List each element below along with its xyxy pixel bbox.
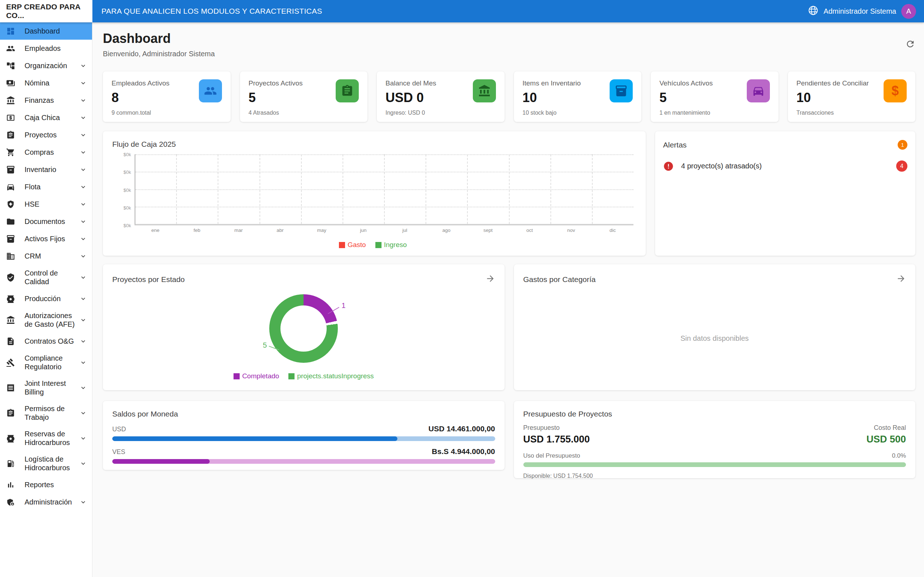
car-icon [747,79,770,102]
expenses-title: Gastos por Categoría [523,275,596,284]
x-tick-label: mar [218,227,259,233]
sidebar-item-documentos[interactable]: Documentos [0,213,92,230]
car-icon [6,182,15,192]
alert-count-badge: 4 [896,161,908,172]
stat-value: 10 [523,90,581,105]
chevron-down-icon [79,409,87,417]
sidebar-item-administracion[interactable]: Administración [0,493,92,511]
sidebar-item-compras[interactable]: Compras [0,143,92,161]
user-name[interactable]: Administrador Sistema [824,7,896,16]
sidebar-item-finanzas[interactable]: Finanzas [0,92,92,109]
legend-item: Completado [234,372,279,380]
legend-item: projects.statusInprogress [288,372,373,380]
sidebar-item-activos-fijos[interactable]: Activos Fijos [0,230,92,247]
donut-legend: Completadoprojects.statusInprogress [112,372,495,380]
available-amount: Disponible: USD 1.754.500 [523,473,906,479]
x-tick-label: feb [176,227,218,233]
globe-icon[interactable] [808,5,819,17]
stat-cards-row: Empleados Activos89 common.totalProyecto… [103,71,915,122]
gridline [135,154,633,155]
stat-subtitle: Ingreso: USD 0 [386,110,436,116]
chevron-down-icon [79,384,87,392]
document-icon [6,337,15,346]
currency-amount: USD 14.461.000,00 [428,424,495,433]
projects-donut-chart: 1 5 [269,294,338,363]
sidebar-item-produccion[interactable]: Producción [0,290,92,307]
chevron-down-icon [79,460,87,467]
dashboard-icon [6,27,15,36]
avatar[interactable]: A [901,4,916,19]
sidebar-item-flota[interactable]: Flota [0,178,92,195]
stat-title: Items en Inventario [523,79,581,87]
projects-by-status-title: Proyectos por Estado [112,275,185,284]
sidebar-item-proyectos[interactable]: Proyectos [0,126,92,143]
cashflow-title: Flujo de Caja 2025 [112,140,633,148]
people-icon [6,44,15,53]
sidebar-item-nomina[interactable]: Nómina [0,74,92,92]
sidebar-item-control-de-calidad[interactable]: Control de Calidad [0,265,92,290]
sidebar-item-reservas-de-hidrocarburos[interactable]: Reservas de Hidrocarburos [0,425,92,451]
sidebar-item-autorizaciones-de-gasto-afe[interactable]: Autorizaciones de Gasto (AFE) [0,307,92,332]
dollar-icon: $ [884,79,907,102]
arrow-forward-icon[interactable] [485,274,495,285]
sidebar-item-permisos-de-trabajo[interactable]: Permisos de Trabajo [0,400,92,425]
stat-card-vehiculos-activos: Vehículos Activos51 en mantenimiento [651,71,779,122]
x-tick-label: abr [260,227,301,233]
sidebar-item-joint-interest-billing[interactable]: Joint Interest Billing [0,375,92,400]
balance-progress-bar [112,459,495,464]
chevron-down-icon [79,218,87,226]
refresh-icon[interactable] [905,39,915,50]
currency-code: USD [112,425,126,433]
donut-slice-value: 1 [341,301,346,310]
x-tick-label: may [301,227,342,233]
balance-row-usd: USDUSD 14.461.000,00 [112,424,495,441]
currency-code: VES [112,448,125,456]
x-tick-label: jul [384,227,426,233]
topbar-main: PARA QUE ANALICEN LOS MODULOS Y CARACTER… [92,0,924,23]
sidebar-item-caja-chica[interactable]: Caja Chica [0,109,92,126]
oil-barrel-icon [6,434,15,443]
chevron-down-icon [79,359,87,366]
legend-item: Gasto [339,241,366,249]
chevron-down-icon [79,253,87,260]
stat-title: Balance del Mes [386,79,436,87]
sidebar-item-contratos-o-g[interactable]: Contratos O&G [0,332,92,350]
sidebar-item-logistica-de-hidrocarburos[interactable]: Logística de Hidrocarburos [0,451,92,476]
org-tree-icon [6,61,15,70]
stat-title: Pendientes de Conciliar [796,79,869,87]
topbar: ERP CREADO PARA CO... PARA QUE ANALICEN … [0,0,924,23]
clipboard-icon [6,409,15,417]
currency-amount: Bs.S 4.944.000,00 [432,447,495,456]
stat-title: Empleados Activos [111,79,170,87]
stat-card-items-en-inventario: Items en Inventario1010 stock bajo [514,71,642,122]
projects-by-status-panel: Proyectos por Estado 1 5 Completadoproje… [103,264,505,390]
sidebar-item-crm[interactable]: CRM [0,247,92,265]
sidebar-item-reportes[interactable]: Reportes [0,476,92,493]
chevron-down-icon [79,62,87,69]
stat-value: 5 [249,90,303,105]
bank-icon [473,79,496,102]
folder-icon [6,217,15,226]
chevron-down-icon [79,131,87,139]
sidebar-item-organizacion[interactable]: Organización [0,57,92,74]
page-subtitle: Bienvenido, Administrador Sistema [103,50,215,58]
y-tick-label: $0k [123,187,131,193]
balances-rows: USDUSD 14.461.000,00VESBs.S 4.944.000,00 [112,424,495,464]
receipt-icon [6,384,15,392]
balance-row-ves: VESBs.S 4.944.000,00 [112,447,495,464]
arrow-forward-icon[interactable] [896,274,906,285]
budget-label: Presupuesto [523,424,590,432]
bank-icon [6,316,15,324]
sidebar-item-compliance-regulatorio[interactable]: Compliance Regulatorio [0,350,92,375]
sidebar-item-inventario[interactable]: Inventario [0,161,92,178]
expenses-by-category-panel: Gastos por Categoría Sin datos disponibl… [514,264,916,390]
bank-icon [6,96,15,105]
sidebar-item-dashboard[interactable]: Dashboard [0,23,92,40]
alert-item[interactable]: 4 proyecto(s) atrasado(s)4 [663,161,908,172]
sidebar-item-hse[interactable]: HSE [0,195,92,213]
x-axis-ticks: enefebmarabrmayjunjulagoseptoctnovdic [135,227,633,233]
budget-value: USD 1.755.000 [523,434,590,445]
stat-subtitle: 10 stock bajo [523,110,581,116]
sidebar-item-empleados[interactable]: Empleados [0,40,92,57]
oil-barrel-icon [6,294,15,303]
